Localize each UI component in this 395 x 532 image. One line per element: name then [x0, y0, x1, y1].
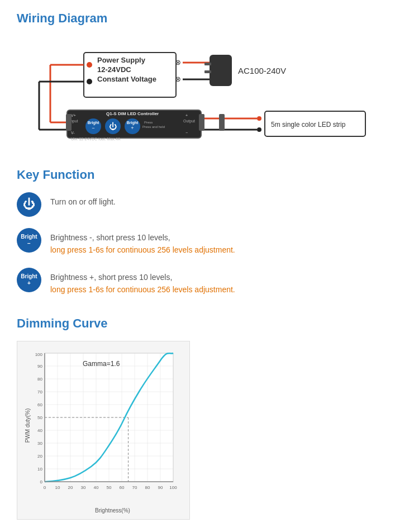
svg-text:Power Supply: Power Supply — [97, 56, 146, 64]
svg-text:10: 10 — [37, 467, 42, 472]
gamma-label: Gamma=1.6 — [83, 360, 120, 368]
wiring-section: Wiring Diagram Power Supply 12-24VDC Con… — [17, 11, 378, 148]
svg-text:⊗: ⊗ — [175, 58, 181, 66]
svg-text:12-24VDC: 12-24VDC — [97, 65, 131, 74]
svg-text:90: 90 — [158, 485, 163, 490]
svg-text:−: − — [185, 131, 188, 135]
bright-minus-text-plain: Brightness -, short press 10 levels, — [50, 233, 170, 242]
power-text: Turn on or off light. — [50, 197, 116, 206]
svg-text:20: 20 — [68, 485, 73, 490]
led-strip-label: 5m single color LED strip — [271, 121, 346, 129]
y-axis-label: PWM duty(%) — [25, 408, 31, 443]
svg-text:Bright: Bright — [127, 121, 139, 125]
svg-text:10: 10 — [55, 485, 60, 490]
dimming-curve-section: Dimming Curve PWM duty(%) — [17, 316, 378, 520]
svg-text:40: 40 — [94, 485, 99, 490]
svg-text:50: 50 — [107, 485, 112, 490]
bright-plus-text-highlight: long press 1-6s for continuous 256 level… — [50, 285, 235, 294]
bright-minus-icon: Bright − — [17, 228, 41, 253]
key-function-section: Key Function ⏻ Turn on or off light. Bri… — [17, 168, 378, 296]
wiring-title: Wiring Diagram — [17, 11, 378, 26]
svg-point-1 — [87, 62, 92, 68]
svg-point-42 — [257, 127, 261, 132]
key-item-power: ⏻ Turn on or off light. — [17, 192, 378, 217]
svg-text:80: 80 — [37, 377, 42, 382]
key-text-bright-plus: Brightness +, short press 10 levels, lon… — [50, 268, 378, 296]
svg-text:Constant Voltage: Constant Voltage — [97, 75, 156, 83]
svg-text:70: 70 — [37, 390, 42, 395]
svg-text:+: + — [131, 125, 134, 131]
svg-rect-46 — [199, 114, 204, 131]
chart-inner-wrapper: PWM duty(%) — [23, 350, 180, 514]
svg-point-41 — [257, 116, 261, 121]
svg-text:70: 70 — [132, 485, 137, 490]
svg-rect-10 — [210, 55, 232, 86]
svg-text:Press: Press — [144, 121, 153, 124]
svg-text:Q1-S DIM LED Controller: Q1-S DIM LED Controller — [106, 111, 159, 116]
bright-plus-icon: Bright + — [17, 268, 41, 292]
power-icon: ⏻ — [17, 192, 41, 217]
svg-text:V+: V+ — [71, 113, 76, 117]
svg-text:30: 30 — [81, 485, 86, 490]
svg-text:40: 40 — [37, 428, 42, 433]
y-axis-wrapper: PWM duty(%) — [23, 350, 32, 501]
svg-text:0: 0 — [40, 479, 43, 484]
svg-text:20: 20 — [37, 454, 42, 459]
svg-text:⊗: ⊗ — [175, 75, 181, 83]
wiring-svg: Power Supply 12-24VDC Constant Voltage ⊗… — [17, 36, 386, 148]
svg-text:Uin: 12-24VDC  Iout: Max.4A: Uin: 12-24VDC Iout: Max.4A — [71, 137, 121, 141]
svg-rect-11 — [204, 63, 211, 65]
svg-text:50: 50 — [37, 415, 42, 420]
svg-text:90: 90 — [37, 364, 42, 369]
svg-text:Output: Output — [183, 119, 195, 124]
svg-rect-12 — [204, 70, 211, 73]
svg-rect-47 — [219, 114, 225, 131]
svg-text:Press and hold: Press and hold — [142, 125, 165, 129]
svg-text:60: 60 — [120, 485, 125, 490]
svg-rect-45 — [66, 114, 72, 131]
x-axis-label: Brightness(%) — [45, 507, 180, 514]
svg-text:0: 0 — [44, 485, 46, 490]
chart-svg: 0 10 20 30 40 50 60 70 80 90 100 0 10 20… — [32, 350, 180, 504]
key-item-bright-minus: Bright − Brightness -, short press 10 le… — [17, 228, 378, 256]
svg-text:V-: V- — [71, 131, 75, 135]
key-text-power: Turn on or off light. — [50, 192, 378, 208]
key-text-bright-minus: Brightness -, short press 10 levels, lon… — [50, 228, 378, 256]
wiring-diagram: Power Supply 12-24VDC Constant Voltage ⊗… — [17, 36, 386, 148]
svg-text:60: 60 — [37, 402, 42, 407]
ac-label: AC100-240V — [238, 66, 286, 75]
svg-text:Bright: Bright — [88, 121, 99, 125]
svg-text:100: 100 — [169, 485, 177, 490]
bright-minus-text-highlight: long press 1-6s for continuous 256 level… — [50, 245, 235, 254]
svg-point-2 — [87, 79, 92, 84]
key-item-bright-plus: Bright + Brightness +, short press 10 le… — [17, 268, 378, 296]
svg-text:100: 100 — [35, 352, 43, 357]
svg-text:⏻: ⏻ — [109, 122, 117, 131]
key-function-title: Key Function — [17, 168, 378, 182]
chart-container: PWM duty(%) — [17, 341, 190, 520]
bright-plus-text-plain: Brightness +, short press 10 levels, — [50, 273, 172, 282]
svg-text:−: − — [92, 125, 94, 131]
svg-text:80: 80 — [145, 485, 150, 490]
dimming-curve-title: Dimming Curve — [17, 316, 378, 331]
chart-area: 0 10 20 30 40 50 60 70 80 90 100 0 10 20… — [32, 350, 180, 514]
svg-text:+: + — [185, 113, 188, 117]
svg-text:30: 30 — [37, 441, 42, 446]
